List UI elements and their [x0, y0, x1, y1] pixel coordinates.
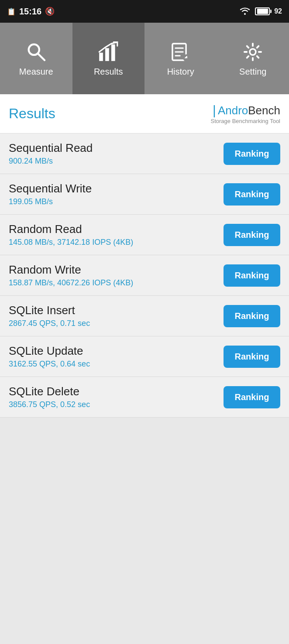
result-info: SQLite Insert 2867.45 QPS, 0.71 sec	[9, 304, 224, 328]
brand-andro: Andro	[218, 104, 248, 117]
result-value: 2867.45 QPS, 0.71 sec	[9, 319, 224, 328]
result-info: Random Write 158.87 MB/s, 40672.26 IOPS …	[9, 263, 224, 288]
brand-pipe: |	[213, 103, 216, 118]
result-value: 158.87 MB/s, 40672.26 IOPS (4KB)	[9, 278, 224, 288]
result-info: SQLite Update 3162.55 QPS, 0.64 sec	[9, 344, 224, 369]
result-row: Random Write 158.87 MB/s, 40672.26 IOPS …	[0, 255, 289, 296]
ranking-button[interactable]: Ranking	[224, 346, 280, 368]
status-right: 92	[239, 7, 282, 16]
wifi-icon	[239, 7, 251, 16]
results-title: Results	[9, 106, 55, 122]
result-row: Sequential Write 199.05 MB/s Ranking	[0, 174, 289, 215]
svg-point-10	[250, 49, 256, 55]
result-name: SQLite Update	[9, 344, 224, 358]
tab-setting[interactable]: Setting	[217, 23, 289, 94]
result-info: Random Read 145.08 MB/s, 37142.18 IOPS (…	[9, 223, 224, 247]
ranking-button[interactable]: Ranking	[224, 183, 280, 206]
battery-text: 92	[274, 7, 282, 15]
results-list: Sequential Read 900.24 MB/s Ranking Sequ…	[0, 134, 289, 418]
result-name: Random Write	[9, 263, 224, 277]
result-row: SQLite Insert 2867.45 QPS, 0.71 sec Rank…	[0, 296, 289, 336]
tab-setting-label: Setting	[239, 67, 266, 77]
result-info: SQLite Delete 3856.75 QPS, 0.52 sec	[9, 385, 224, 409]
tab-results-label: Results	[94, 67, 123, 77]
nav-tabs: Measure Results History Setting	[0, 23, 289, 94]
chart-icon	[97, 41, 120, 63]
status-bar: 📋 15:16 🔇 92	[0, 0, 289, 23]
brand-row: | AndroBench	[213, 103, 280, 118]
battery-icon	[255, 7, 270, 15]
result-row: SQLite Update 3162.55 QPS, 0.64 sec Rank…	[0, 336, 289, 377]
bottom-spacer	[0, 418, 289, 548]
history-icon	[169, 41, 192, 63]
result-row: Sequential Read 900.24 MB/s Ranking	[0, 134, 289, 174]
status-left: 📋 15:16 🔇	[7, 7, 55, 17]
svg-rect-3	[105, 48, 109, 61]
result-name: Sequential Write	[9, 182, 224, 195]
brand-subtitle: Storage Benchmarking Tool	[211, 118, 280, 124]
ranking-button[interactable]: Ranking	[224, 143, 280, 165]
time-display: 15:16	[19, 7, 41, 17]
result-name: Sequential Read	[9, 141, 224, 155]
tab-history-label: History	[167, 67, 194, 77]
result-row: SQLite Delete 3856.75 QPS, 0.52 sec Rank…	[0, 377, 289, 418]
tab-history[interactable]: History	[144, 23, 217, 94]
battery-fill	[257, 9, 268, 14]
svg-rect-4	[111, 44, 115, 61]
brand-container: | AndroBench Storage Benchmarking Tool	[211, 103, 280, 124]
ranking-button[interactable]: Ranking	[224, 305, 280, 327]
result-info: Sequential Read 900.24 MB/s	[9, 141, 224, 166]
result-value: 3856.75 QPS, 0.52 sec	[9, 400, 224, 409]
ranking-button[interactable]: Ranking	[224, 224, 280, 246]
tab-measure-label: Measure	[19, 67, 53, 77]
ranking-button[interactable]: Ranking	[224, 386, 280, 408]
sim-icon: 📋	[7, 7, 16, 16]
result-name: SQLite Delete	[9, 385, 224, 398]
result-name: Random Read	[9, 223, 224, 236]
result-info: Sequential Write 199.05 MB/s	[9, 182, 224, 206]
ranking-button[interactable]: Ranking	[224, 264, 280, 287]
volume-icon: 🔇	[45, 7, 55, 16]
result-name: SQLite Insert	[9, 304, 224, 317]
brand-bench: Bench	[248, 104, 280, 117]
result-value: 3162.55 QPS, 0.64 sec	[9, 360, 224, 369]
search-icon	[25, 41, 48, 63]
result-value: 199.05 MB/s	[9, 197, 224, 206]
tab-results[interactable]: Results	[72, 23, 145, 94]
tab-measure[interactable]: Measure	[0, 23, 72, 94]
svg-rect-2	[99, 52, 103, 61]
result-value: 900.24 MB/s	[9, 157, 224, 166]
results-header: Results | AndroBench Storage Benchmarkin…	[0, 94, 289, 134]
svg-line-1	[38, 53, 45, 60]
result-row: Random Read 145.08 MB/s, 37142.18 IOPS (…	[0, 215, 289, 255]
result-value: 145.08 MB/s, 37142.18 IOPS (4KB)	[9, 238, 224, 247]
brand-name: AndroBench	[218, 104, 280, 117]
gear-icon	[241, 41, 264, 63]
